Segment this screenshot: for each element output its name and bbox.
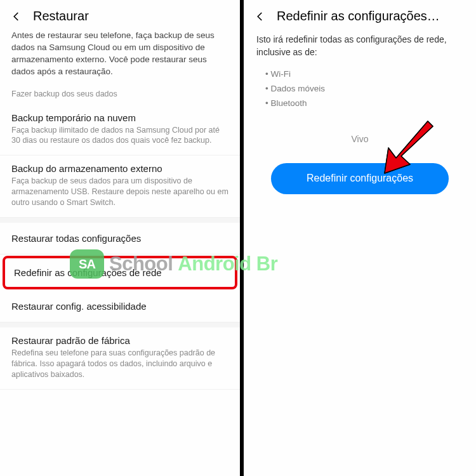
intro-text: Isto irá redefinir todas as configuraçõe… xyxy=(244,30,476,67)
bullet-bluetooth: • Bluetooth xyxy=(256,96,463,111)
item-restore-all[interactable]: Restaurar todas configurações xyxy=(0,223,240,255)
reset-settings-button[interactable]: Redefinir configurações xyxy=(271,163,449,194)
section-label: Fazer backup dos seus dados xyxy=(0,86,240,105)
item-title: Restaurar padrão de fábrica xyxy=(11,335,228,346)
item-title: Backup temporário na nuvem xyxy=(11,112,228,123)
item-title: Redefinir as configurações de rede xyxy=(14,267,226,278)
carrier-label: Vivo xyxy=(244,122,476,163)
bullet-mobile-data: • Dados móveis xyxy=(256,82,463,96)
cta-container: Redefinir configurações xyxy=(244,163,476,194)
back-icon[interactable] xyxy=(10,10,23,23)
item-external-backup[interactable]: Backup do armazenamento externo Faça bac… xyxy=(0,155,240,218)
item-title: Backup do armazenamento externo xyxy=(11,163,228,174)
section-gap xyxy=(0,218,240,223)
highlight-annotation: Redefinir as configurações de rede xyxy=(3,256,237,289)
page-title: Restaurar xyxy=(33,9,89,23)
header-right: Redefinir as configurações… xyxy=(244,0,476,30)
header-left: Restaurar xyxy=(0,0,240,30)
item-desc: Redefina seu telefone para suas configur… xyxy=(11,348,228,380)
item-cloud-backup[interactable]: Backup temporário na nuvem Faça backup i… xyxy=(0,105,240,156)
item-reset-network[interactable]: Redefinir as configurações de rede xyxy=(5,258,235,287)
bullet-wifi: • Wi-Fi xyxy=(256,67,463,82)
intro-text: Antes de restaurar seu telefone, faça ba… xyxy=(0,30,240,86)
item-title: Restaurar todas configurações xyxy=(11,233,228,244)
item-title: Restaurar config. acessibilidade xyxy=(11,301,228,312)
item-desc: Faça backup de seus dados para um dispos… xyxy=(11,176,228,208)
item-factory-reset[interactable]: Restaurar padrão de fábrica Redefina seu… xyxy=(0,327,240,390)
bullet-list: • Wi-Fi • Dados móveis • Bluetooth xyxy=(244,67,476,122)
item-accessibility[interactable]: Restaurar config. acessibilidade xyxy=(0,291,240,322)
section-gap xyxy=(0,322,240,327)
item-desc: Faça backup ilimitado de dados na Samsun… xyxy=(11,125,228,147)
back-icon[interactable] xyxy=(254,10,267,23)
page-title: Redefinir as configurações… xyxy=(277,9,440,23)
